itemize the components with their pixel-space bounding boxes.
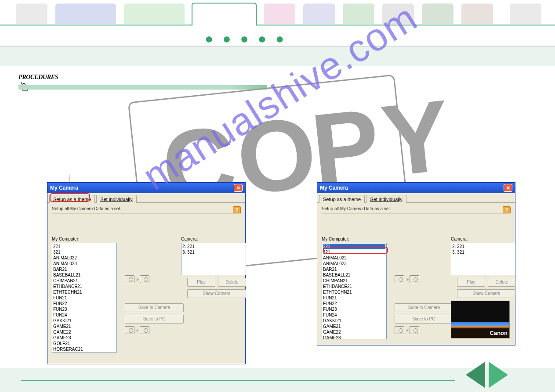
close-button[interactable]: ✕ [234, 184, 243, 192]
page-tab[interactable] [461, 4, 493, 24]
tab-description: Setup all My Camera Data as a set. [52, 206, 241, 211]
list-item[interactable]: GAME23 [53, 335, 116, 341]
show-camera-button[interactable]: Show Camera [457, 289, 516, 298]
window-title: My Camera [320, 185, 348, 191]
brand-logo: Canon [490, 330, 508, 336]
list-item[interactable]: ETHTECHN21 [323, 289, 385, 295]
save-to-pc-button[interactable]: Save to PC [125, 315, 184, 324]
list-item[interactable]: ANIMAL023 [53, 261, 116, 266]
list-item[interactable]: GAKKI21 [323, 318, 385, 324]
page-tab[interactable] [16, 4, 47, 24]
camera-label: Camera: [181, 237, 246, 241]
list-item[interactable]: FUN24 [53, 312, 116, 318]
list-item[interactable]: 3. 321 [182, 249, 245, 255]
list-item[interactable]: 321 [53, 249, 116, 255]
tab-description: Setup all My Camera Data as a set. [322, 206, 511, 211]
page-tab-active[interactable] [192, 3, 257, 25]
my-computer-list[interactable]: 221321ANIMAL022ANIMAL023BAR21BASEBALL21C… [52, 243, 117, 352]
list-item[interactable]: ETHTECHN21 [53, 289, 116, 295]
titlebar[interactable]: My Camera ✕ [47, 183, 245, 193]
list-item[interactable]: GAME23 [323, 335, 385, 339]
list-item[interactable]: GAME22 [323, 329, 385, 335]
preview-image: Canon [451, 301, 510, 338]
list-item[interactable]: FUN24 [323, 312, 385, 318]
list-item[interactable]: 3. 321 [452, 249, 515, 255]
list-item[interactable]: 2. 221 [182, 244, 245, 249]
page-tab[interactable] [382, 4, 414, 24]
list-item[interactable]: ANIMAL022 [323, 255, 385, 261]
help-button[interactable]: ? [503, 206, 511, 213]
close-button[interactable]: ✕ [504, 184, 512, 192]
list-item[interactable]: GAME21 [53, 324, 116, 329]
transfer-to-pc-icon: ‹‹‹ [125, 326, 246, 334]
list-item[interactable]: 221 [323, 244, 385, 249]
window-title: My Camera [50, 185, 78, 191]
camera-label: Camera: [451, 237, 516, 241]
my-computer-label: My Computer: [52, 237, 117, 241]
next-page-button[interactable] [489, 362, 508, 388]
list-item[interactable]: ETHDANCE21 [323, 284, 385, 289]
list-item[interactable]: 2. 221 [452, 244, 515, 249]
page-tab[interactable] [343, 4, 374, 24]
my-camera-dialog-1: My Camera ✕ Setup as a theme Set individ… [47, 182, 246, 364]
list-item[interactable]: FUN22 [323, 301, 385, 306]
list-item[interactable]: FUN21 [323, 295, 385, 301]
delete-button[interactable]: Delete [218, 278, 246, 287]
page-tab[interactable] [422, 4, 453, 24]
page-tab[interactable] [264, 4, 295, 24]
list-item[interactable]: GAME21 [323, 324, 385, 329]
list-item[interactable]: IYASHI21 [53, 352, 116, 352]
list-item[interactable]: BASEBALL21 [323, 272, 385, 278]
list-item[interactable]: GAKKI21 [53, 318, 116, 324]
list-item[interactable]: FUN21 [53, 295, 116, 301]
play-button[interactable]: Play [187, 278, 215, 287]
prev-page-button[interactable] [466, 362, 485, 388]
watermark-text: manualshive.com [135, 0, 425, 199]
save-to-camera-button[interactable]: Save to Camera [125, 303, 184, 312]
list-item[interactable]: GOLF21 [53, 341, 116, 346]
tab-set-individually[interactable]: Set individually [96, 195, 136, 203]
list-item[interactable]: ETHDANCE21 [53, 284, 116, 289]
delete-button[interactable]: Delete [488, 278, 516, 287]
camera-list[interactable]: 2. 2213. 321 [181, 243, 246, 275]
titlebar[interactable]: My Camera ✕ [317, 183, 515, 193]
save-to-pc-button[interactable]: Save to PC [395, 315, 453, 324]
tab-set-individually[interactable]: Set individually [366, 195, 406, 203]
play-button[interactable]: Play [457, 278, 485, 287]
list-item[interactable]: ANIMAL022 [53, 255, 116, 261]
page-tab[interactable] [55, 4, 116, 24]
my-computer-label: My Computer: [322, 237, 387, 241]
list-item[interactable]: GAME22 [53, 329, 116, 335]
my-computer-list[interactable]: 221321ANIMAL022ANIMAL023BAR21BASEBALL21C… [322, 243, 387, 339]
tab-setup-theme[interactable]: Setup as a theme [49, 195, 95, 203]
list-item[interactable]: BASEBALL21 [53, 272, 116, 278]
page-tab[interactable] [303, 4, 335, 24]
top-tab-strip [0, 4, 555, 25]
list-item[interactable]: HORSERAC21 [53, 346, 116, 352]
list-item[interactable]: FUN23 [323, 306, 385, 312]
tab-setup-theme[interactable]: Setup as a theme [319, 195, 365, 203]
my-camera-dialog-2: My Camera ✕ Setup as a theme Set individ… [317, 182, 515, 345]
list-item[interactable]: 221 [53, 244, 116, 249]
transfer-to-camera-icon: ››› [125, 275, 149, 283]
list-item[interactable]: ANIMAL023 [323, 261, 385, 266]
page-tab[interactable] [124, 4, 185, 24]
list-item[interactable]: FUN22 [53, 301, 116, 306]
transfer-to-camera-icon: ››› [395, 275, 419, 283]
help-button[interactable]: ? [233, 206, 241, 213]
show-camera-button[interactable]: Show Camera [187, 289, 246, 298]
list-item[interactable]: 321 [323, 249, 385, 255]
page-tab[interactable] [510, 4, 541, 24]
list-item[interactable]: FUN23 [53, 306, 116, 312]
save-to-camera-button[interactable]: Save to Camera [395, 303, 453, 312]
camera-list[interactable]: 2. 2213. 321 [451, 243, 516, 275]
dots-decor: ● ● ● ● ● [205, 31, 287, 47]
list-item[interactable]: CHIMPAN21 [323, 278, 385, 284]
procedures-badge: PROCEDURES 🖱 [18, 74, 58, 94]
list-item[interactable]: BAR21 [53, 266, 116, 272]
list-item[interactable]: BAR21 [323, 266, 385, 272]
procedures-underline [18, 85, 267, 90]
list-item[interactable]: CHIMPAN21 [53, 278, 116, 284]
